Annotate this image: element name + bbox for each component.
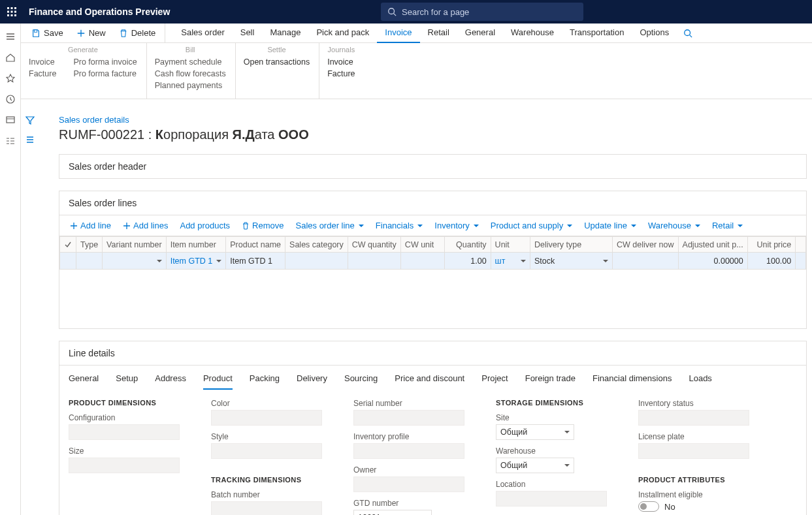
svg-rect-6 [7,14,9,16]
svg-line-10 [394,14,397,16]
svg-rect-2 [14,7,16,9]
global-search-input[interactable] [402,7,572,17]
svg-rect-1 [11,7,13,9]
svg-rect-4 [11,11,13,13]
tab-manage[interactable]: Manage [262,23,308,24]
svg-rect-7 [11,14,13,16]
svg-point-9 [389,8,395,14]
new-button[interactable]: New [70,23,112,24]
tab-pick-and-pack[interactable]: Pick and pack [308,23,377,24]
svg-rect-5 [14,11,16,13]
svg-rect-0 [7,7,9,9]
tab-options[interactable]: Options [632,23,677,24]
tab-retail[interactable]: Retail [420,23,457,24]
tab-sales-order[interactable]: Sales order [173,23,232,24]
tab-transportation[interactable]: Transportation [562,23,632,24]
app-title: Finance and Operations Preview [24,7,170,17]
tab-warehouse[interactable]: Warehouse [503,23,562,24]
tab-general[interactable]: General [457,23,503,24]
svg-rect-8 [14,14,16,16]
save-button[interactable]: Save [25,23,70,24]
svg-rect-3 [7,11,9,13]
app-launcher-icon[interactable] [0,0,24,23]
tab-sell[interactable]: Sell [233,23,263,24]
action-pane-tabs: Sales order Sell Manage Pick and pack In… [173,23,677,24]
top-bar: Finance and Operations Preview [0,0,812,23]
search-icon [387,7,397,16]
global-search[interactable] [381,3,583,21]
tab-invoice[interactable]: Invoice [377,23,419,24]
delete-button[interactable]: Delete [112,23,166,24]
